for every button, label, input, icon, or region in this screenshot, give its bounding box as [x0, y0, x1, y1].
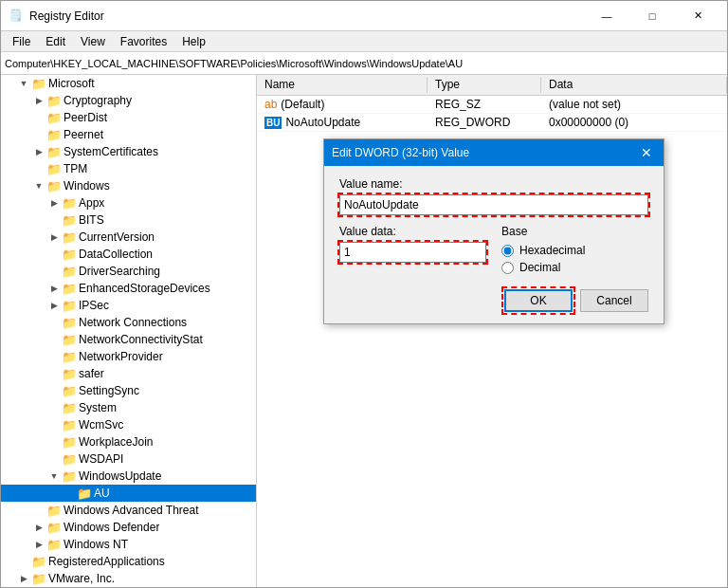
tree-item-networkconnections[interactable]: 📁 Network Connections [1, 314, 256, 331]
tree-label-tpm: TPM [64, 162, 87, 175]
expand-enhancedstoragedevices[interactable]: ▶ [46, 284, 62, 293]
tree-item-tpm[interactable]: 📁 TPM [1, 160, 256, 177]
expand-windowsupdate[interactable]: ▼ [46, 471, 62, 481]
tree-item-systemcertificates[interactable]: ▶ 📁 SystemCertificates [1, 143, 256, 160]
reg-data-default: (value not set) [541, 98, 727, 111]
tree-panel[interactable]: ▼ 📁 Microsoft ▶ 📁 Cryptography 📁 PeerDis… [1, 75, 257, 587]
tree-item-datacollection[interactable]: 📁 DataCollection [1, 246, 256, 263]
col-header-type: Type [428, 77, 541, 93]
tree-item-peerdist[interactable]: 📁 PeerDist [1, 109, 256, 126]
folder-icon-appx: 📁 [62, 196, 77, 211]
tree-label-ipsec: IPSec [79, 299, 109, 312]
value-data-field: Value data: [339, 225, 486, 263]
col-header-name: Name [257, 77, 428, 93]
registry-entry-default[interactable]: ab (Default) REG_SZ (value not set) [257, 96, 727, 114]
menu-view[interactable]: View [73, 33, 113, 49]
menu-help[interactable]: Help [174, 33, 213, 49]
tree-item-registeredapplications[interactable]: 📁 RegisteredApplications [1, 553, 256, 570]
tree-item-settingsync[interactable]: 📁 SettingSync [1, 382, 256, 399]
menu-bar: File Edit View Favorites Help [1, 31, 727, 52]
expand-systemcertificates[interactable]: ▶ [31, 147, 46, 156]
tree-item-windows[interactable]: ▼ 📁 Windows [1, 177, 256, 194]
radio-hexadecimal[interactable]: Hexadecimal [501, 244, 648, 257]
tree-item-currentversion[interactable]: ▶ 📁 CurrentVersion [1, 229, 256, 246]
folder-icon-bits: 📁 [62, 213, 77, 228]
tree-item-windowsadvancedthreat[interactable]: 📁 Windows Advanced Threat [1, 502, 256, 519]
close-button[interactable]: ✕ [676, 7, 719, 26]
folder-icon-wcmsvc: 📁 [62, 418, 77, 432]
tree-label-networkconnectivitystat: NetworkConnectivityStat [79, 333, 203, 346]
tree-label-microsoft: Microsoft [48, 77, 95, 90]
tree-label-windows: Windows [64, 179, 110, 193]
expand-cryptography[interactable]: ▶ [31, 96, 46, 105]
expand-windows[interactable]: ▼ [31, 181, 46, 191]
tree-label-vmware: VMware, Inc. [48, 572, 115, 585]
expand-windowsdefender[interactable]: ▶ [31, 523, 46, 532]
title-bar-left: 🗒️ Registry Editor [9, 9, 104, 24]
tree-item-wcmsvc[interactable]: 📁 WcmSvc [1, 416, 256, 433]
folder-icon-ipsec: 📁 [62, 299, 77, 313]
registry-entry-noautoupdate[interactable]: BU NoAutoUpdate REG_DWORD 0x00000000 (0) [257, 114, 727, 132]
radio-hexadecimal-input[interactable] [501, 245, 514, 257]
expand-appx[interactable]: ▶ [46, 198, 62, 208]
tree-label-networkconnections: Network Connections [79, 316, 187, 329]
expand-vmware[interactable]: ▶ [16, 574, 31, 583]
tree-label-workplacejoin: WorkplaceJoin [79, 435, 153, 449]
tree-item-system[interactable]: 📁 System [1, 399, 256, 416]
menu-favorites[interactable]: Favorites [113, 33, 174, 49]
menu-edit[interactable]: Edit [38, 33, 73, 49]
tree-label-windowsadvancedthreat: Windows Advanced Threat [64, 504, 199, 517]
tree-item-bits[interactable]: 📁 BITS [1, 211, 256, 229]
radio-decimal[interactable]: Decimal [501, 261, 648, 274]
tree-item-windowsdefender[interactable]: ▶ 📁 Windows Defender [1, 519, 256, 536]
value-name-label: Value name: [339, 177, 648, 191]
address-text[interactable]: Computer\HKEY_LOCAL_MACHINE\SOFTWARE\Pol… [5, 58, 463, 69]
tree-label-datacollection: DataCollection [79, 248, 153, 261]
tree-label-system: System [79, 401, 117, 414]
tree-label-wcmsvc: WcmSvc [79, 418, 123, 432]
radio-decimal-input[interactable] [501, 262, 514, 274]
tree-item-networkprovider[interactable]: 📁 NetworkProvider [1, 348, 256, 365]
tree-item-wsdapi[interactable]: 📁 WSDAPI [1, 450, 256, 468]
tree-item-networkconnectivitystat[interactable]: 📁 NetworkConnectivityStat [1, 331, 256, 348]
expand-microsoft[interactable]: ▼ [16, 79, 31, 88]
base-section: Base Hexadecimal Decimal [501, 225, 648, 274]
title-bar: 🗒️ Registry Editor — □ ✕ [1, 1, 727, 31]
registry-editor-window: 🗒️ Registry Editor — □ ✕ File Edit View … [0, 0, 728, 588]
folder-icon-windowsdefender: 📁 [46, 521, 62, 535]
tree-item-windowsupdate[interactable]: ▼ 📁 WindowsUpdate [1, 468, 256, 485]
minimize-button[interactable]: — [585, 7, 628, 26]
folder-icon-datacollection: 📁 [62, 248, 77, 262]
tree-label-cryptography: Cryptography [64, 94, 132, 107]
tree-item-safer[interactable]: 📁 safer [1, 365, 256, 382]
tree-item-vmware[interactable]: ▶ 📁 VMware, Inc. [1, 570, 256, 587]
expand-currentversion[interactable]: ▶ [46, 232, 62, 242]
value-data-input[interactable] [339, 242, 486, 263]
tree-item-peernet[interactable]: 📁 Peernet [1, 126, 256, 143]
ok-button[interactable]: OK [504, 289, 573, 312]
tree-item-au[interactable]: 📁 AU [1, 485, 256, 502]
col-header-data: Data [541, 77, 727, 93]
tree-label-systemcertificates: SystemCertificates [64, 145, 158, 158]
maximize-button[interactable]: □ [630, 7, 674, 26]
folder-icon-system: 📁 [62, 401, 77, 415]
expand-ipsec[interactable]: ▶ [46, 301, 62, 310]
tree-item-workplacejoin[interactable]: 📁 WorkplaceJoin [1, 433, 256, 450]
dialog-close-button[interactable]: ✕ [637, 143, 656, 162]
tree-item-windowsnt[interactable]: ▶ 📁 Windows NT [1, 536, 256, 553]
menu-file[interactable]: File [5, 33, 38, 49]
tree-item-cryptography[interactable]: ▶ 📁 Cryptography [1, 92, 256, 109]
tree-item-appx[interactable]: ▶ 📁 Appx [1, 194, 256, 211]
cancel-button[interactable]: Cancel [580, 289, 648, 312]
folder-icon-systemcertificates: 📁 [46, 145, 62, 159]
tree-item-driversearching[interactable]: 📁 DriverSearching [1, 263, 256, 280]
tree-item-ipsec[interactable]: ▶ 📁 IPSec [1, 297, 256, 314]
tree-label-currentversion: CurrentVersion [79, 230, 155, 244]
value-name-input[interactable] [339, 194, 648, 215]
tree-item-microsoft[interactable]: ▼ 📁 Microsoft [1, 75, 256, 92]
tree-item-enhancedstoragedevices[interactable]: ▶ 📁 EnhancedStorageDevices [1, 280, 256, 297]
tree-label-peerdist: PeerDist [64, 111, 107, 124]
dialog-body: Value name: Value data: [324, 166, 664, 323]
expand-windowsnt[interactable]: ▶ [31, 540, 46, 549]
tree-label-bits: BITS [79, 213, 104, 227]
